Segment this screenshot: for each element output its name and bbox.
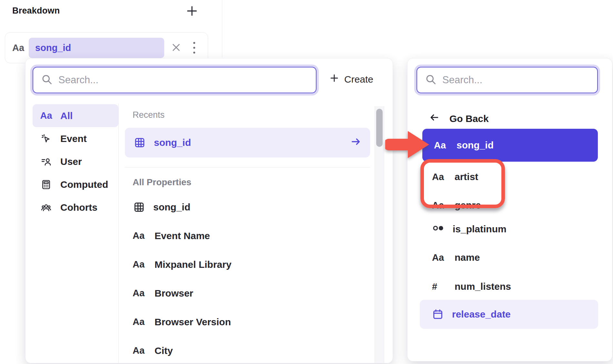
property-subpanel: Go Back Aa song_id Aa artist Aa genre is… [407,58,612,361]
subproperty-label: is_platinum [453,224,507,235]
recent-item-label: song_id [154,137,191,148]
subproperty-item-name[interactable]: Aa name [420,246,595,269]
scrollbar-thumb[interactable] [376,109,383,147]
kebab-icon [193,42,195,54]
arrow-right-icon [350,136,362,150]
category-cohorts[interactable]: Cohorts [33,196,118,219]
event-cursor-icon [40,133,53,144]
category-label: Event [60,133,87,144]
text-type-icon: Aa [432,253,447,262]
property-list: Recents song_id All Properties song_id [125,104,370,364]
search-icon [425,74,437,86]
text-type-icon: Aa [40,111,53,120]
property-item-song-id[interactable]: song_id [125,193,370,221]
property-item-browser[interactable]: Aa Browser [125,279,370,308]
property-item-mixpanel-library[interactable]: Aa Mixpanel Library [125,250,370,279]
property-item-event-name[interactable]: Aa Event Name [125,221,370,250]
create-property-button[interactable]: Create [329,73,373,85]
text-type-icon: Aa [133,317,147,327]
text-type-icon: Aa [434,141,449,150]
table-grid-icon [133,137,146,148]
text-type-icon: Aa [432,172,447,182]
cohorts-icon [40,202,53,213]
panel-divider [118,104,119,363]
text-type-icon: Aa [133,288,147,298]
close-icon [171,42,181,54]
subproperty-label: song_id [457,140,494,151]
subproperty-item-is-platinum[interactable]: is_platinum [420,217,595,241]
property-picker-panel: Create Aa All Event User [25,58,393,363]
text-type-icon: Aa [12,43,24,53]
text-type-icon: Aa [133,231,147,240]
property-label: song_id [153,202,190,213]
text-type-icon: Aa [133,346,147,355]
breakdown-options-button[interactable] [188,39,201,56]
subproperty-item-release-date[interactable]: release_date [420,300,598,329]
search-icon [41,74,53,86]
property-item-city[interactable]: Aa City [125,336,370,364]
property-selector-screen: Breakdown Aa song_id Create [0,0,613,364]
user-icon [40,156,53,167]
category-user[interactable]: User [33,150,118,173]
category-label: Cohorts [60,202,97,213]
recent-item-song-id[interactable]: song_id [125,128,370,157]
category-computed[interactable]: Computed [33,173,118,196]
all-properties-header: All Properties [133,177,370,187]
subproperty-item-genre[interactable]: Aa genre [420,193,582,217]
sidebar-edge-divider [222,0,222,57]
annotation-arrow-icon [385,128,433,161]
subproperty-label: name [455,252,480,263]
subproperty-label: num_listens [455,281,511,292]
text-type-icon: Aa [432,201,447,210]
breakdown-chip-value[interactable]: song_id [29,38,164,58]
category-label: All [60,110,73,121]
right-search-box [417,67,598,93]
property-label: Event Name [155,230,210,241]
search-input[interactable] [442,74,589,86]
property-label: Mixpanel Library [155,259,231,270]
text-type-icon: Aa [133,260,147,269]
number-type-icon: # [432,282,447,291]
property-item-browser-version[interactable]: Aa Browser Version [125,308,370,336]
subproperty-item-num-listens[interactable]: # num_listens [420,275,595,298]
category-label: Computed [60,179,108,190]
add-breakdown-button[interactable] [183,2,201,21]
arrow-left-icon [429,112,440,125]
category-nav: Aa All Event User Computed [33,104,118,219]
subproperty-label: release_date [452,309,511,320]
calendar-icon [431,308,444,320]
category-all[interactable]: Aa All [33,104,118,127]
plus-icon [329,73,339,85]
subproperty-label: genre [455,200,481,211]
table-grid-icon [133,201,146,213]
category-event[interactable]: Event [33,127,118,150]
scrollbar-track[interactable] [375,106,384,363]
property-label: Browser Version [155,317,231,328]
subproperty-item-song-id[interactable]: Aa song_id [422,129,598,162]
subproperty-item-artist[interactable]: Aa artist [420,165,582,189]
property-label: City [155,345,173,356]
plus-icon [186,5,198,18]
subproperty-label: artist [455,171,478,182]
category-label: User [60,156,82,167]
go-back-label: Go Back [449,113,489,124]
go-back-button[interactable]: Go Back [429,112,489,125]
left-search-box [33,67,317,93]
recents-header: Recents [133,110,370,120]
create-label: Create [344,74,373,85]
breakdown-title: Breakdown [12,6,60,16]
boolean-type-icon [432,223,445,236]
search-input[interactable] [58,74,308,86]
calculator-icon [40,179,53,190]
section-divider [125,167,370,167]
remove-breakdown-button[interactable] [169,41,183,55]
property-label: Browser [155,288,193,299]
